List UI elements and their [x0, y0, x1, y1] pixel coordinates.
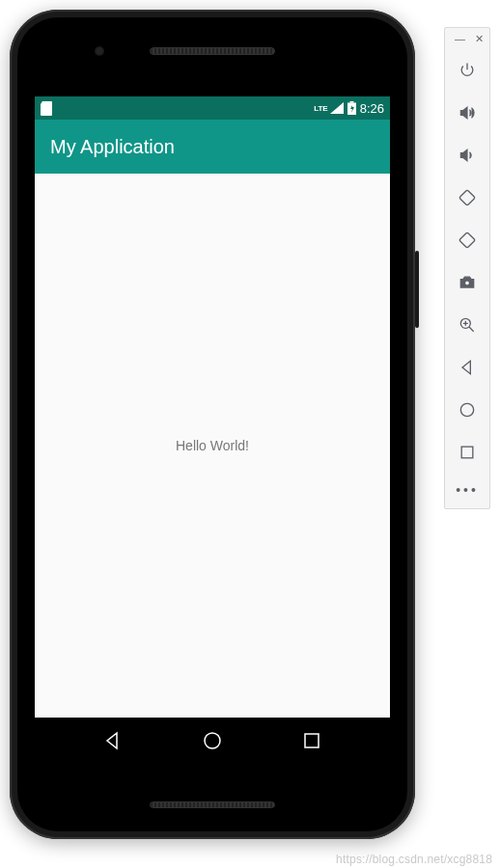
action-bar: My Application: [35, 120, 390, 174]
nav-overview-button[interactable]: [300, 729, 323, 752]
back-icon: [101, 729, 125, 752]
emu-zoom-button[interactable]: [448, 306, 486, 344]
volume-up-icon: [458, 103, 477, 122]
content-text: Hello World!: [176, 438, 249, 453]
volume-down-icon: [458, 146, 477, 165]
emulator-toolbar: — ✕ •••: [444, 27, 490, 509]
emu-volume-down-button[interactable]: [448, 136, 486, 175]
device-inner: LTE 8:26 My Application Hello World!: [17, 17, 407, 831]
network-label: LTE: [314, 104, 328, 113]
app-title: My Application: [50, 136, 175, 158]
status-bar: LTE 8:26: [35, 96, 390, 120]
window-controls: — ✕: [445, 34, 489, 49]
status-left: [41, 101, 53, 116]
bottom-speaker-icon: [150, 801, 275, 808]
app-content: Hello World!: [35, 174, 390, 718]
system-nav-bar: [35, 718, 390, 764]
rotate-left-icon: [458, 188, 477, 207]
emu-overview-button[interactable]: [448, 433, 486, 472]
clock: 8:26: [360, 101, 384, 116]
device-bottom: [17, 777, 407, 831]
home-icon: [458, 400, 477, 420]
nav-home-button[interactable]: [201, 729, 224, 752]
overview-icon: [300, 729, 323, 752]
more-icon: •••: [456, 482, 479, 498]
minimize-button[interactable]: —: [455, 34, 465, 43]
svg-point-8: [460, 403, 473, 416]
overview-icon: [458, 443, 477, 462]
svg-rect-5: [459, 232, 475, 248]
svg-rect-9: [461, 447, 473, 458]
sdcard-icon: [41, 101, 53, 116]
device-earpiece: [17, 17, 407, 85]
watermark: https://blog.csdn.net/xcg8818: [336, 853, 492, 866]
emu-screenshot-button[interactable]: [448, 263, 486, 302]
emu-back-button[interactable]: [448, 348, 486, 387]
emu-home-button[interactable]: [448, 391, 486, 429]
device-screen: LTE 8:26 My Application Hello World!: [35, 96, 390, 764]
power-icon: [458, 61, 477, 80]
emu-power-button[interactable]: [448, 51, 486, 90]
close-button[interactable]: ✕: [475, 34, 484, 43]
earpiece-speaker-icon: [150, 47, 275, 55]
battery-icon: [347, 101, 356, 115]
svg-rect-3: [305, 734, 319, 747]
phone-device-frame: LTE 8:26 My Application Hello World!: [10, 10, 415, 839]
camera-icon: [458, 273, 477, 292]
zoom-icon: [458, 315, 477, 335]
front-camera-icon: [95, 46, 104, 56]
svg-rect-4: [459, 190, 475, 205]
nav-back-button[interactable]: [101, 729, 125, 752]
home-icon: [201, 729, 224, 752]
emu-rotate-left-button[interactable]: [448, 178, 486, 217]
rotate-right-icon: [458, 231, 477, 250]
signal-icon: [330, 102, 344, 114]
status-right: LTE 8:26: [314, 101, 384, 116]
svg-point-2: [205, 733, 220, 748]
device-power-button: [415, 251, 419, 328]
back-icon: [458, 358, 477, 377]
emu-rotate-right-button[interactable]: [448, 221, 486, 259]
emu-volume-up-button[interactable]: [448, 94, 486, 132]
svg-rect-1: [349, 101, 353, 103]
svg-point-6: [465, 281, 470, 285]
emu-more-button[interactable]: •••: [448, 474, 486, 506]
